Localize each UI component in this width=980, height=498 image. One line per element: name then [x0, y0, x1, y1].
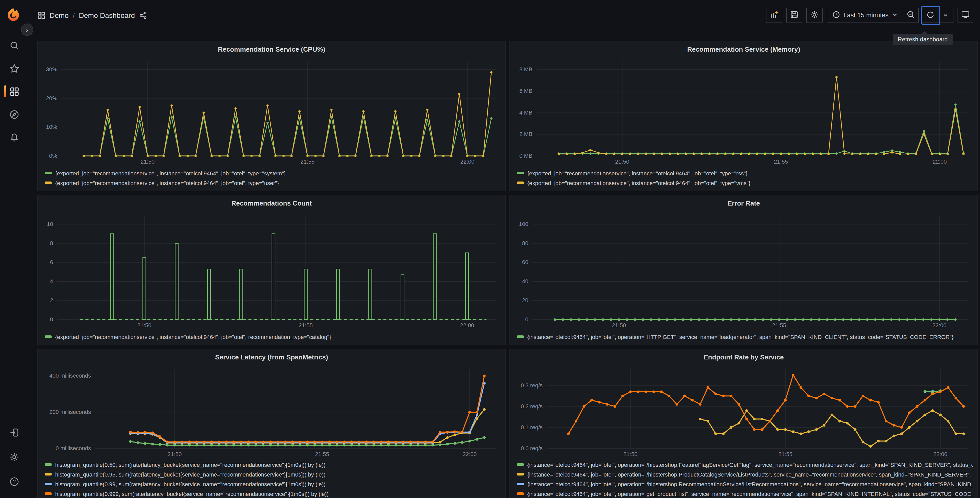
refresh-controls	[923, 8, 953, 23]
svg-text:0.0 req/s: 0.0 req/s	[521, 445, 542, 452]
legend-item[interactable]: {instance="otelcol:9464", job="otel", op…	[514, 479, 974, 489]
dashboard-grid: Recommendation Service (CPU%) 0%10%20%30…	[37, 41, 978, 498]
grafana-logo[interactable]	[6, 7, 21, 22]
svg-text:0: 0	[50, 316, 53, 322]
legend-swatch	[517, 335, 524, 338]
svg-text:0.2 req/s: 0.2 req/s	[521, 403, 542, 410]
legend-swatch	[45, 463, 52, 466]
legend-item[interactable]: {instance="otelcol:9464", job="otel", op…	[514, 460, 974, 469]
legend-label: {exported_job="recommendationservice", i…	[55, 334, 501, 340]
svg-text:22:00: 22:00	[460, 158, 474, 165]
svg-text:10%: 10%	[46, 124, 57, 130]
sidebar-item-help[interactable]: ?	[0, 469, 29, 494]
legend-item[interactable]: {instance="otelcol:9464", job="otel", op…	[514, 332, 974, 342]
cpu-chart[interactable]: 0%10%20%30%21:5021:5522:00	[42, 55, 501, 167]
legend-item[interactable]: histogram_quantile(0.999, sum(rate(laten…	[42, 489, 501, 498]
svg-text:21:50: 21:50	[137, 322, 151, 329]
dashboard-settings-button[interactable]	[806, 8, 822, 23]
kiosk-mode-button[interactable]	[958, 8, 974, 23]
legend-item[interactable]: {instance="otelcol:9464", job="otel", op…	[514, 489, 974, 498]
svg-text:8 MB: 8 MB	[519, 66, 532, 73]
legend-item[interactable]: {exported_job="recommendationservice", i…	[42, 332, 501, 342]
legend-swatch	[45, 473, 52, 476]
time-range-picker[interactable]: Last 15 minutes	[827, 8, 904, 23]
error-rate-chart[interactable]: 02040608010021:5021:5522:00	[514, 209, 974, 331]
panel-cpu: Recommendation Service (CPU%) 0%10%20%30…	[37, 41, 506, 191]
svg-text:0: 0	[525, 316, 528, 322]
legend-item[interactable]: {exported_job="recommendationservice", i…	[514, 168, 974, 178]
panel-title[interactable]: Error Rate	[514, 198, 974, 209]
recommendations-count-legend: {exported_job="recommendationservice", i…	[42, 332, 501, 342]
sidebar-item-search[interactable]	[0, 34, 29, 57]
breadcrumb-folder[interactable]: Demo	[49, 11, 69, 19]
svg-text:400 milliseconds: 400 milliseconds	[49, 372, 91, 379]
save-dashboard-button[interactable]	[786, 8, 802, 23]
legend-label: {instance="otelcol:9464", job="otel", op…	[527, 481, 974, 487]
legend-label: {instance="otelcol:9464", job="otel", op…	[527, 471, 974, 477]
refresh-interval-caret[interactable]	[938, 8, 953, 23]
sidebar-item-configuration[interactable]	[0, 445, 29, 469]
legend-swatch	[45, 182, 52, 184]
sidebar-item-alerting[interactable]	[0, 126, 29, 149]
legend-item[interactable]: {exported_job="recommendationservice", i…	[42, 168, 501, 178]
share-icon[interactable]	[139, 11, 147, 19]
refresh-button[interactable]	[923, 8, 938, 23]
panel-error-rate: Error Rate 02040608010021:5021:5522:00 {…	[509, 195, 978, 345]
dashboard-grid-icon	[37, 11, 46, 19]
legend-item[interactable]: {exported_job="recommendationservice", i…	[514, 178, 974, 188]
alerting-bell-icon	[9, 132, 19, 142]
sidebar-item-starred[interactable]	[0, 57, 29, 80]
star-icon	[9, 63, 19, 73]
sidebar-item-sign-in[interactable]	[0, 420, 29, 445]
panel-title[interactable]: Recommendation Service (CPU%)	[42, 45, 501, 55]
sidebar-item-explore[interactable]	[0, 103, 29, 126]
help-icon: ?	[9, 477, 19, 487]
legend-label: histogram_quantile(0.999, sum(rate(laten…	[55, 491, 501, 497]
svg-text:10: 10	[47, 221, 53, 227]
service-latency-legend: histogram_quantile(0.50, sum(rate(latenc…	[42, 460, 501, 498]
legend-label: {exported_job="recommendationservice", i…	[527, 180, 974, 186]
legend-swatch	[45, 335, 52, 338]
sidebar-item-dashboards[interactable]	[0, 80, 29, 103]
svg-text:0 MB: 0 MB	[519, 153, 532, 159]
memory-chart[interactable]: 0 MB2 MB4 MB6 MB8 MB21:5021:5522:00	[514, 55, 974, 167]
zoom-out-time-button[interactable]	[904, 8, 919, 23]
add-panel-button[interactable]	[766, 8, 782, 23]
svg-text:40: 40	[522, 278, 528, 284]
configuration-gear-icon	[9, 452, 19, 462]
legend-swatch	[517, 473, 524, 476]
legend-item[interactable]: {instance="otelcol:9464", job="otel", op…	[514, 469, 974, 479]
svg-text:0 milliseconds: 0 milliseconds	[56, 445, 91, 452]
service-latency-chart[interactable]: 0 milliseconds200 milliseconds400 millis…	[42, 362, 501, 459]
recommendations-count-chart[interactable]: 024681021:5021:5522:00	[42, 209, 501, 331]
legend-item[interactable]: {exported_job="recommendationservice", i…	[42, 178, 501, 188]
svg-text:4: 4	[50, 278, 53, 284]
legend-label: histogram_quantile(0.95, sum(rate(latenc…	[55, 471, 501, 477]
breadcrumb-dashboard: Demo Dashboard	[79, 11, 135, 19]
legend-item[interactable]: histogram_quantile(0.99, sum(rate(latenc…	[42, 479, 501, 489]
panel-title[interactable]: Endpoint Rate by Service	[514, 352, 974, 362]
memory-legend: {exported_job="recommendationservice", i…	[514, 168, 974, 188]
svg-text:21:55: 21:55	[778, 451, 792, 457]
svg-text:21:50: 21:50	[168, 451, 181, 457]
legend-item[interactable]: histogram_quantile(0.95, sum(rate(latenc…	[42, 469, 501, 479]
refresh-tooltip: Refresh dashboard	[892, 34, 953, 45]
breadcrumb: Demo / Demo Dashboard	[37, 11, 147, 19]
expand-sidebar-chevron[interactable]: ›	[21, 24, 33, 36]
panel-title[interactable]: Service Latency (from SpanMetrics)	[42, 352, 501, 362]
endpoint-rate-chart[interactable]: 0.0 req/s0.1 req/s0.2 req/s0.3 req/s21:5…	[514, 362, 974, 459]
svg-text:0%: 0%	[49, 153, 57, 159]
svg-text:100: 100	[519, 221, 528, 227]
panel-title[interactable]: Recommendations Count	[42, 198, 501, 209]
panel-title[interactable]: Recommendation Service (Memory)	[514, 45, 974, 55]
clock-icon	[832, 11, 840, 20]
legend-swatch	[45, 483, 52, 485]
legend-label: {exported_job="recommendationservice", i…	[55, 180, 501, 186]
svg-text:22:00: 22:00	[933, 158, 947, 165]
legend-item[interactable]: histogram_quantile(0.50, sum(rate(latenc…	[42, 460, 501, 469]
svg-text:21:55: 21:55	[774, 158, 788, 165]
toolbar-actions: Last 15 minutes	[766, 8, 974, 23]
svg-text:22:00: 22:00	[932, 322, 947, 329]
panel-memory: Recommendation Service (Memory) 0 MB2 MB…	[509, 41, 978, 191]
svg-text:?: ?	[13, 479, 16, 484]
